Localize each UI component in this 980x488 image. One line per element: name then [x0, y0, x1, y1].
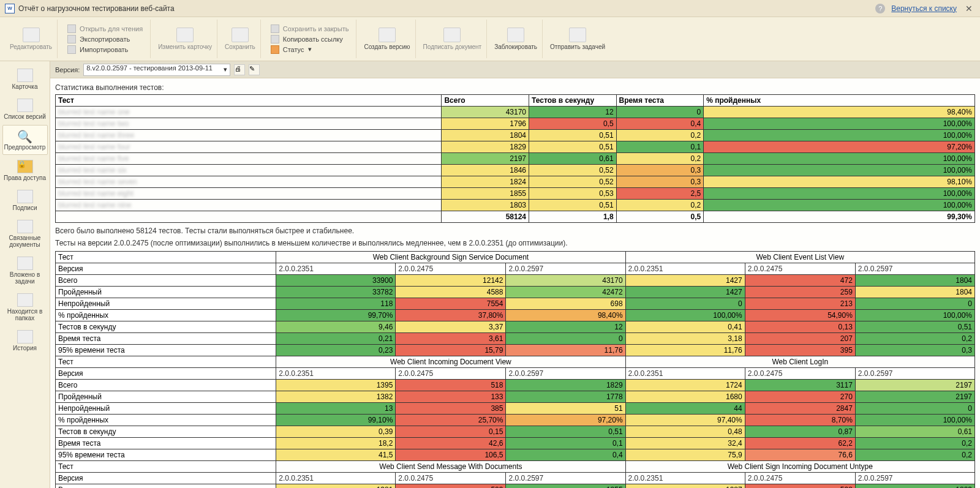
back-to-list-link[interactable]: Вернуться к списку — [891, 4, 957, 13]
detail-row: Тестов в секунду0,390,150,510,480,870,61 — [56, 426, 975, 438]
open-read-button[interactable]: Открыть для чтения — [65, 24, 145, 34]
save-button[interactable]: Сохранить — [225, 28, 255, 50]
print-icon[interactable]: 🖨 — [234, 64, 245, 75]
detail-row: % пройденных99,10%25,70%97,20%97,40%8,70… — [56, 415, 975, 426]
summary-header: % пройденных — [704, 95, 975, 107]
detail-row: Непройденный118755469802130 — [56, 298, 975, 310]
summary-header: Тест — [56, 95, 442, 107]
detail-row: Непройденный13385514428470 — [56, 403, 975, 415]
table-row: blurred test name seven18240,520,398,10% — [56, 176, 975, 188]
edit-button[interactable]: Редактировать — [10, 28, 52, 50]
detail-row: Время теста0,213,6103,182070,2 — [56, 333, 975, 345]
table-row: blurred test name three18040,510,2100,00… — [56, 130, 975, 141]
note-2: Тесты на версии 2.0.0.2475 (после оптими… — [55, 239, 975, 247]
detail-group-header: ТестWeb Client Background Sign Service D… — [56, 252, 975, 263]
sidebar-card[interactable]: Карточка — [2, 65, 48, 94]
version-select[interactable]: 8.v2.0.0.2597 - тестирования 2013-09-11 … — [83, 64, 230, 76]
version-label: Версия: — [55, 66, 80, 73]
content-area: Версия: 8.v2.0.0.2597 - тестирования 201… — [50, 61, 980, 488]
help-icon[interactable]: ? — [875, 4, 885, 13]
detail-row: Тестов в секунду9,463,37120,410,130,51 — [56, 321, 975, 333]
summary-header: Всего — [442, 95, 529, 107]
table-row: blurred test name four18290,510,197,20% — [56, 141, 975, 153]
sidebar-access[interactable]: 🔒Права доступа — [2, 156, 48, 185]
detail-row: Всего13955181829172431172197 — [56, 380, 975, 391]
detail-version-row: Версия2.0.0.23512.0.0.24752.0.0.25972.0.… — [56, 473, 975, 484]
detail-row: 95% времени теста41,5106,50,475,976,60,2 — [56, 449, 975, 461]
save-close-button[interactable]: Сохранить и закрыть — [268, 24, 352, 34]
detail-row: Пройденный1382133177816802702197 — [56, 391, 975, 403]
sidebar: Карточка Список версий 🔍Предпросмотр 🔒Пр… — [0, 61, 50, 488]
summary-table: ТестВсегоТестов в секундуВремя теста% пр… — [55, 94, 975, 223]
sidebar-preview[interactable]: 🔍Предпросмотр — [2, 125, 48, 155]
sidebar-signs[interactable]: Подписи — [2, 186, 48, 215]
detail-row: 95% времени теста0,2315,7911,7611,763950… — [56, 345, 975, 356]
detail-group-header: ТестWeb Client Incoming Document ViewWeb… — [56, 356, 975, 368]
table-row: blurred test name five21970,610,2100,00% — [56, 153, 975, 165]
word-doc-icon: W — [5, 4, 15, 13]
change-card-button[interactable]: Изменить карточку — [158, 28, 212, 50]
table-row: blurred test name one4317012098,40% — [56, 107, 975, 118]
close-icon[interactable]: ✕ — [963, 4, 975, 13]
note-1: Всего было выполнено 58124 тестов. Тесты… — [55, 227, 975, 235]
detail-version-row: Версия2.0.0.23512.0.0.24752.0.0.25972.0.… — [56, 368, 975, 380]
ribbon: Редактировать Открыть для чтения Экспорт… — [0, 17, 980, 61]
detail-row: Пройденный3378245884247214272591804 — [56, 287, 975, 298]
summary-header: Тестов в секунду — [529, 95, 617, 107]
import-button[interactable]: Импортировать — [65, 45, 145, 54]
copy-link-button[interactable]: Копировать ссылку — [268, 34, 352, 44]
sidebar-linked[interactable]: Связанные документы — [2, 216, 48, 252]
window-title: Отчёт о нагрузочном тестировании веб-сай… — [18, 4, 175, 13]
edit-inline-icon[interactable]: ✎ — [249, 64, 260, 75]
detail-table: ТестWeb Client Background Sign Service D… — [55, 251, 975, 488]
export-button[interactable]: Экспортировать — [65, 34, 145, 44]
sidebar-folders[interactable]: Находится в папках — [2, 290, 48, 325]
detail-row: Время теста18,242,60,132,462,20,2 — [56, 438, 975, 449]
title-bar: W Отчёт о нагрузочном тестировании веб-с… — [0, 0, 980, 17]
sign-document-button[interactable]: Подписать документ — [423, 28, 482, 50]
table-row: blurred test name nine18030,510,2100,00% — [56, 200, 975, 211]
table-row: blurred test name two17960,50,4100,00% — [56, 118, 975, 130]
sidebar-history[interactable]: История — [2, 326, 48, 355]
table-row: blurred test name six18460,520,3100,00% — [56, 165, 975, 176]
version-bar: Версия: 8.v2.0.0.2597 - тестирования 201… — [50, 61, 980, 78]
stats-caption: Статистика выполнения тестов: — [55, 83, 975, 92]
summary-header: Время теста — [616, 95, 704, 107]
lock-button[interactable]: Заблокировать — [494, 28, 537, 50]
sidebar-versions[interactable]: Список версий — [2, 95, 48, 124]
detail-row: % пройденных99,70%37,80%98,40%100,00%54,… — [56, 310, 975, 321]
sidebar-intasks[interactable]: Вложено в задачи — [2, 253, 48, 288]
table-row: blurred test name eight18550,532,5100,00… — [56, 188, 975, 200]
create-version-button[interactable]: Создать версию — [364, 28, 410, 50]
status-dropdown[interactable]: Статус ▾ — [268, 45, 352, 54]
detail-version-row: Версия2.0.0.23512.0.0.24752.0.0.25972.0.… — [56, 263, 975, 275]
detail-row: Всего1381503185513875281803 — [56, 484, 975, 489]
summary-total-row: 581241,80,599,30% — [56, 211, 975, 223]
detail-group-header: ТестWeb Client Send Message With Documen… — [56, 461, 975, 473]
detail-row: Всего33900121424317014274721804 — [56, 275, 975, 287]
send-task-button[interactable]: Отправить задачей — [550, 28, 605, 50]
